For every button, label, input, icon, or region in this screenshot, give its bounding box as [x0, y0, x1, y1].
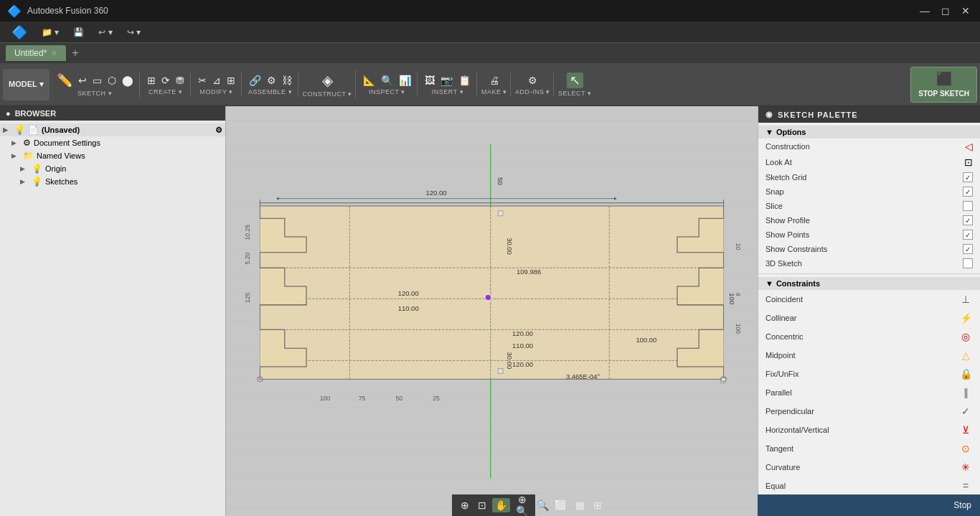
curvature-icon: ✳ [958, 460, 973, 474]
assemble-joint[interactable]: 🔗 [246, 74, 264, 87]
make-3d-print[interactable]: 🖨 [486, 74, 502, 87]
undo-button[interactable]: ↩ ▾ [93, 24, 118, 40]
svg-text:110.00: 110.00 [512, 342, 533, 350]
options-header[interactable]: ▼ Options [758, 126, 980, 139]
addins-label: ADD-INS ▾ [515, 88, 550, 95]
display-mode-1[interactable]: ⬜ [552, 498, 570, 512]
tab-close-button[interactable]: ✕ [51, 49, 57, 58]
options-chevron-icon: ▼ [765, 128, 773, 136]
fix-unfix-row[interactable]: Fix/UnFix 🔒 [758, 365, 980, 383]
curvature-row[interactable]: Curvature ✳ [758, 458, 980, 477]
midpoint-row[interactable]: Midpoint △ [758, 346, 980, 365]
redo-button[interactable]: ↪ ▾ [121, 24, 146, 40]
3d-sketch-checkbox[interactable] [963, 258, 973, 268]
browser-item-root[interactable]: ▶ 💡 📄 (Unsaved) ⚙ [0, 123, 225, 136]
tab-label: Untitled* [14, 48, 47, 58]
sketch-label: SKETCH ▾ [77, 90, 112, 97]
collinear-row[interactable]: Collinear ⚡ [758, 309, 980, 327]
svg-text:10.25: 10.25 [244, 225, 251, 240]
assemble-grounded[interactable]: ⚙ [264, 74, 279, 87]
create-label: CREATE ▾ [149, 88, 182, 95]
modify-chamfer[interactable]: ⊿ [209, 74, 224, 87]
browser-origin-label: Origin [45, 164, 66, 173]
assemble-more[interactable]: ⛓ [279, 74, 295, 87]
modify-fillet[interactable]: ✂ [195, 74, 209, 87]
horizontal-vertical-row[interactable]: Horizontal/Vertical ⊻ [758, 421, 980, 439]
inspect-more[interactable]: 📊 [396, 74, 414, 87]
browser-label: BROWSER [15, 109, 56, 118]
browser-collapse-icon[interactable]: ● [6, 109, 11, 118]
inspect-group: 📐 🔍 📊 INSPECT ▾ [357, 72, 418, 97]
sketch-grid-checkbox[interactable] [963, 172, 973, 182]
sketch-rect[interactable]: ▭ [90, 74, 105, 87]
insert-decal[interactable]: 📷 [438, 74, 456, 87]
create-more[interactable]: ⛃ [173, 74, 187, 87]
title-bar: 🔷 Autodesk Fusion 360 — ◻ ✕ [0, 0, 980, 22]
insert-buttons: 🖼 📷 📋 [422, 74, 473, 87]
construct-plane[interactable]: ◈ [319, 72, 336, 89]
create-revolve[interactable]: ⟳ [159, 74, 173, 87]
close-button[interactable]: ✕ [958, 5, 973, 17]
options-section: ▼ Options Construction ◁ Look At ⊡ Sketc… [758, 123, 980, 274]
maximize-button[interactable]: ◻ [938, 5, 953, 17]
show-points-checkbox[interactable] [963, 230, 973, 240]
slice-checkbox[interactable] [963, 201, 973, 211]
display-mode-3[interactable]: ⊞ [590, 498, 605, 512]
inspect-analysis[interactable]: 🔍 [378, 74, 396, 87]
svg-text:50: 50 [496, 177, 504, 185]
svg-text:120.00: 120.00 [398, 289, 419, 297]
minimize-button[interactable]: — [917, 5, 933, 17]
look-at-icon[interactable]: ⊡ [964, 156, 973, 168]
new-tab-button[interactable]: + [69, 47, 81, 60]
inspect-measure[interactable]: 📐 [360, 74, 378, 87]
sketch-button[interactable]: ✏️ [54, 72, 75, 88]
modify-more[interactable]: ⊞ [224, 74, 238, 87]
zoom-in-button[interactable]: ⊕🔍 [513, 492, 531, 516]
app-logo-menu[interactable]: 🔷 [6, 22, 33, 43]
hand-tool-button[interactable]: ✋ [492, 498, 510, 512]
sketch-palette-panel: ◉ SKETCH PALETTE ▼ Options Construction … [758, 106, 980, 516]
parallel-row[interactable]: Parallel ∥ [758, 383, 980, 402]
coincident-row[interactable]: Coincident ⊥ [758, 290, 980, 309]
folder-icon: 📄 [28, 125, 39, 135]
horizontal-vertical-icon: ⊻ [958, 423, 973, 437]
concentric-row[interactable]: Concentric ◎ [758, 327, 980, 346]
save-button[interactable]: 💾 [67, 24, 90, 40]
zoom-fit-button[interactable]: 🔍 [534, 498, 552, 512]
orbit-button[interactable]: ⊕ [458, 498, 472, 512]
display-mode-2[interactable]: ▦ [573, 498, 588, 512]
tangent-row[interactable]: Tangent ⊙ [758, 439, 980, 458]
collinear-label: Collinear [765, 314, 796, 322]
select-button[interactable]: ↖ [567, 72, 583, 88]
addins-group: ⚙ ADD-INS ▾ [512, 72, 554, 97]
browser-item-document-settings[interactable]: ▶ ⚙ Document Settings [0, 136, 225, 149]
show-constraints-checkbox[interactable] [963, 244, 973, 254]
file-menu[interactable]: 📁 ▾ [36, 24, 65, 40]
canvas-area[interactable]: 120.00 100.00 120.00 110.00 109.986 120.… [226, 106, 758, 516]
insert-canvas[interactable]: 🖼 [422, 74, 438, 87]
sketch-circle[interactable]: ⬤ [119, 74, 136, 87]
equal-row[interactable]: Equal = [758, 477, 980, 495]
curvature-label: Curvature [765, 463, 800, 472]
stop-area[interactable]: Stop [758, 494, 980, 516]
stop-sketch-button[interactable]: ⬛ STOP SKETCH [910, 67, 977, 103]
browser-item-sketches[interactable]: ▶ 💡 Sketches [0, 175, 225, 188]
sketch-poly[interactable]: ⬡ [105, 74, 119, 87]
settings-icon[interactable]: ⚙ [215, 126, 222, 135]
tab-untitled[interactable]: Untitled* ✕ [6, 45, 66, 61]
browser-item-origin[interactable]: ▶ 💡 Origin [0, 162, 225, 175]
insert-svg[interactable]: 📋 [456, 74, 473, 87]
origin-visibility-icon: 💡 [32, 164, 42, 174]
show-profile-checkbox[interactable] [963, 215, 973, 225]
snap-checkbox[interactable] [963, 187, 973, 197]
construction-icon[interactable]: ◁ [965, 141, 973, 152]
browser-item-named-views[interactable]: ▶ 📁 Named Views [0, 149, 225, 162]
sketch-undo[interactable]: ↩ [75, 74, 90, 87]
create-extrude[interactable]: ⊞ [144, 74, 159, 87]
pan-button[interactable]: ⊡ [475, 498, 489, 512]
addins-scripts[interactable]: ⚙ [525, 74, 540, 87]
model-dropdown[interactable]: MODEL ▾ [3, 69, 50, 100]
constraints-header[interactable]: ▼ Constraints [758, 277, 980, 290]
perpendicular-row[interactable]: Perpendicular ✓ [758, 402, 980, 421]
browser-content: ▶ 💡 📄 (Unsaved) ⚙ ▶ ⚙ Document Settings … [0, 121, 225, 516]
